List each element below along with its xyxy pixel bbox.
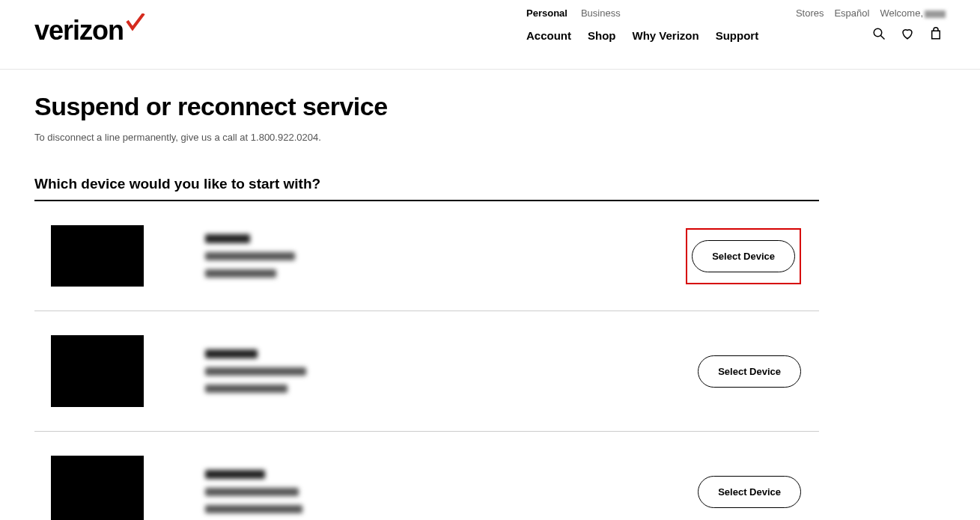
section-heading: Which device would you like to start wit… bbox=[34, 176, 819, 201]
highlight-box: Select Device bbox=[686, 228, 801, 284]
top-link-business[interactable]: Business bbox=[581, 7, 621, 19]
page-title: Suspend or reconnect service bbox=[34, 92, 819, 121]
svg-rect-2 bbox=[932, 31, 940, 39]
svg-point-0 bbox=[874, 28, 882, 37]
top-link-espanol[interactable]: Español bbox=[834, 7, 869, 19]
welcome-name-redacted bbox=[925, 10, 946, 18]
select-device-button[interactable]: Select Device bbox=[692, 240, 795, 272]
device-line1-redacted bbox=[205, 349, 258, 358]
device-line2-redacted bbox=[205, 367, 306, 376]
page-subtitle: To disconnect a line permanently, give u… bbox=[34, 132, 819, 143]
verizon-check-icon bbox=[125, 13, 146, 34]
svg-line-1 bbox=[880, 35, 884, 39]
device-image-redacted bbox=[51, 225, 144, 287]
header-icon-row bbox=[872, 27, 946, 40]
nav-account[interactable]: Account bbox=[526, 29, 571, 42]
bag-icon[interactable] bbox=[929, 27, 943, 40]
top-links: Personal Business Stores Español Welcome… bbox=[526, 6, 946, 19]
main-content: Suspend or reconnect service To disconne… bbox=[0, 70, 853, 520]
nav-support[interactable]: Support bbox=[716, 29, 759, 42]
select-device-highlight: Select Device bbox=[686, 228, 819, 284]
search-icon[interactable] bbox=[872, 27, 886, 40]
device-line3-redacted bbox=[205, 505, 302, 513]
welcome-text: Welcome, bbox=[880, 7, 946, 19]
device-info-redacted bbox=[205, 234, 295, 278]
select-device-button[interactable]: Select Device bbox=[698, 355, 801, 388]
nav-shop[interactable]: Shop bbox=[588, 29, 616, 42]
welcome-prefix: Welcome, bbox=[880, 7, 923, 19]
logo-text: verizon bbox=[34, 15, 124, 46]
device-info-redacted bbox=[205, 349, 306, 393]
heart-icon[interactable] bbox=[901, 27, 914, 40]
device-row: Select Device bbox=[34, 201, 819, 311]
nav-why-verizon[interactable]: Why Verizon bbox=[633, 29, 699, 42]
top-link-personal[interactable]: Personal bbox=[526, 7, 567, 19]
device-image-redacted bbox=[51, 335, 144, 407]
device-info-redacted bbox=[205, 470, 302, 513]
logo[interactable]: verizon bbox=[34, 13, 146, 48]
device-line2-redacted bbox=[205, 488, 299, 496]
device-row: Select Device bbox=[34, 311, 819, 432]
device-row: Select Device bbox=[34, 432, 819, 520]
top-link-stores[interactable]: Stores bbox=[796, 7, 824, 19]
device-image-redacted bbox=[51, 456, 144, 520]
device-line3-redacted bbox=[205, 385, 287, 393]
device-line2-redacted bbox=[205, 252, 295, 260]
main-nav: Account Shop Why Verizon Support bbox=[526, 29, 758, 42]
device-line1-redacted bbox=[205, 234, 250, 243]
header-right: Personal Business Stores Español Welcome… bbox=[526, 6, 946, 40]
device-line1-redacted bbox=[205, 470, 265, 479]
select-device-button[interactable]: Select Device bbox=[698, 476, 801, 508]
site-header: verizon Personal Business Stores Español… bbox=[0, 0, 980, 70]
device-line3-redacted bbox=[205, 269, 276, 278]
